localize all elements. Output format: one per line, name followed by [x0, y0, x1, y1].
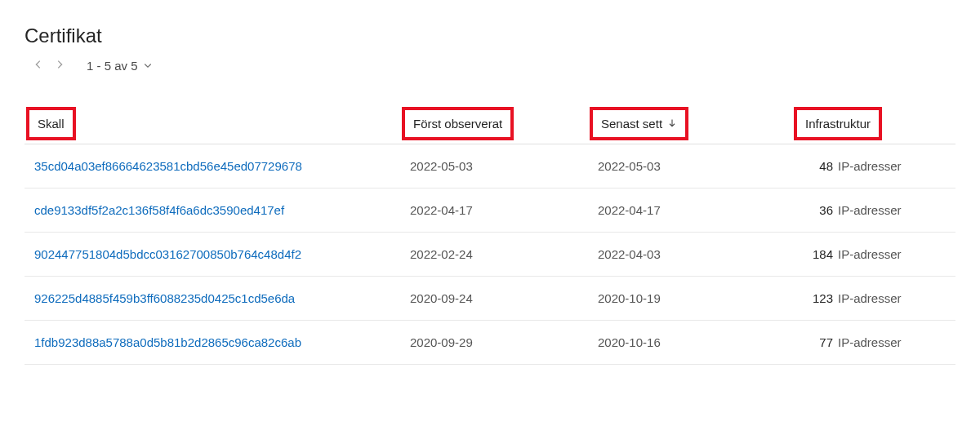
infra-unit: IP-adresser	[838, 203, 902, 217]
cell-shall-link[interactable]: 926225d4885f459b3ff6088235d0425c1cd5e6da	[24, 277, 400, 321]
cell-shall-link[interactable]: 1fdb923d88a5788a0d5b81b2d2865c96ca82c6ab	[24, 321, 400, 365]
pagination-bar: 1 - 5 av 5	[24, 59, 956, 73]
cell-last-seen: 2022-04-03	[588, 233, 792, 277]
cell-infrastructure: 123IP-adresser	[792, 277, 956, 321]
sort-descending-icon	[667, 117, 677, 131]
chevron-right-icon	[54, 59, 65, 73]
pager-range-text: 1 - 5 av 5	[87, 59, 138, 73]
pager-next-button[interactable]	[54, 60, 65, 72]
column-header-text: Först observerat	[413, 117, 502, 131]
column-header-text: Skall	[38, 117, 65, 131]
column-header-first-observed[interactable]: Först observerat	[400, 105, 588, 144]
cell-shall-link[interactable]: 35cd04a03ef86664623581cbd56e45ed07729678	[24, 144, 400, 188]
header-highlight: Skall	[26, 107, 76, 140]
header-highlight: Infrastruktur	[794, 107, 882, 140]
cell-infrastructure: 48IP-adresser	[792, 144, 956, 188]
cell-first-observed: 2022-05-03	[400, 144, 588, 188]
cell-shall-link[interactable]: cde9133df5f2a2c136f58f4f6a6dc3590ed417ef	[24, 188, 400, 233]
chevron-left-icon	[33, 59, 44, 73]
table-row: 902447751804d5bdcc03162700850b764c48d4f2…	[24, 233, 956, 277]
column-header-infrastructure[interactable]: Infrastruktur	[792, 105, 956, 144]
table-row: cde9133df5f2a2c136f58f4f6a6dc3590ed417ef…	[24, 188, 956, 233]
page-title: Certifikat	[24, 24, 956, 47]
column-header-last-seen[interactable]: Senast sett	[588, 105, 792, 144]
header-highlight: Senast sett	[590, 107, 688, 140]
pager-prev-button[interactable]	[33, 60, 44, 72]
infra-unit: IP-adresser	[838, 291, 902, 305]
certificates-table: Skall Först observerat Senast sett	[24, 105, 956, 365]
infra-unit: IP-adresser	[838, 247, 902, 261]
cell-first-observed: 2020-09-29	[400, 321, 588, 365]
cell-infrastructure: 36IP-adresser	[792, 188, 956, 233]
chevron-down-icon	[143, 59, 153, 73]
table-body: 35cd04a03ef86664623581cbd56e45ed07729678…	[24, 144, 956, 365]
cell-first-observed: 2020-09-24	[400, 277, 588, 321]
infra-count: 36	[802, 203, 833, 217]
cell-last-seen: 2022-05-03	[588, 144, 792, 188]
cell-last-seen: 2022-04-17	[588, 188, 792, 233]
infra-unit: IP-adresser	[838, 159, 902, 173]
cell-last-seen: 2020-10-19	[588, 277, 792, 321]
cell-shall-link[interactable]: 902447751804d5bdcc03162700850b764c48d4f2	[24, 233, 400, 277]
infra-count: 77	[802, 335, 833, 349]
infra-unit: IP-adresser	[838, 335, 902, 349]
column-header-text: Infrastruktur	[805, 117, 871, 131]
cell-first-observed: 2022-02-24	[400, 233, 588, 277]
cell-infrastructure: 77IP-adresser	[792, 321, 956, 365]
pager-range-dropdown[interactable]: 1 - 5 av 5	[87, 59, 153, 73]
table-row: 1fdb923d88a5788a0d5b81b2d2865c96ca82c6ab…	[24, 321, 956, 365]
cell-first-observed: 2022-04-17	[400, 188, 588, 233]
table-row: 35cd04a03ef86664623581cbd56e45ed07729678…	[24, 144, 956, 188]
infra-count: 184	[802, 247, 833, 261]
infra-count: 123	[802, 291, 833, 305]
header-highlight: Först observerat	[402, 107, 514, 140]
cell-last-seen: 2020-10-16	[588, 321, 792, 365]
column-header-shall[interactable]: Skall	[24, 105, 400, 144]
infra-count: 48	[802, 159, 833, 173]
column-header-text: Senast sett	[601, 117, 662, 131]
cell-infrastructure: 184IP-adresser	[792, 233, 956, 277]
table-row: 926225d4885f459b3ff6088235d0425c1cd5e6da…	[24, 277, 956, 321]
